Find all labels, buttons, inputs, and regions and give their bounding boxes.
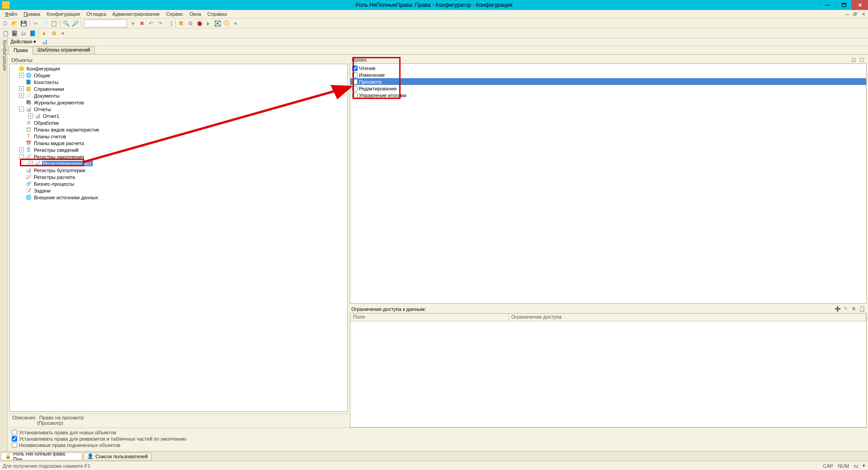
menu-service[interactable]: Сервис: [163, 11, 186, 17]
combo-dropdown-icon[interactable]: ▾: [129, 19, 137, 28]
tree-node[interactable]: ТПланы счетов: [10, 133, 347, 140]
menu-edit[interactable]: Правка: [20, 11, 43, 17]
tree-expander-icon[interactable]: +: [19, 93, 24, 98]
right-checkbox[interactable]: [352, 72, 358, 78]
opt-defaults[interactable]: Устанавливать права для реквизитов и таб…: [12, 436, 864, 442]
maximize-button[interactable]: 🗖: [835, 0, 852, 10]
minimize-button[interactable]: —: [819, 0, 835, 10]
right-row[interactable]: Чтение: [350, 65, 866, 71]
tree-expander-icon[interactable]: -: [19, 107, 24, 112]
open-file-icon[interactable]: 📂: [10, 19, 19, 28]
help-icon[interactable]: ⓘ: [222, 19, 231, 28]
opt-new-objects[interactable]: Устанавливать права для новых объектов: [12, 430, 864, 435]
tree-node[interactable]: 📘Константы: [10, 79, 347, 85]
tree-node[interactable]: 🟡Конфигурация: [10, 65, 347, 72]
tab-templates[interactable]: Шаблоны ограничений: [33, 46, 95, 54]
debug-icon[interactable]: 🐞: [195, 19, 203, 28]
tree-node[interactable]: +🌐Общие: [10, 72, 347, 79]
new-file-icon[interactable]: 🗋: [1, 19, 9, 28]
tree-expander-icon[interactable]: +: [19, 147, 24, 152]
status-dropdown-icon[interactable]: ▾: [863, 463, 865, 469]
paste-icon[interactable]: 📋: [50, 19, 58, 28]
run-icon[interactable]: ⏵: [204, 19, 212, 28]
wintab-users[interactable]: 👤Список пользователей: [83, 452, 152, 461]
right-checkbox[interactable]: [352, 86, 358, 91]
tree-node[interactable]: +📊Отчет1: [10, 113, 347, 119]
close-button[interactable]: ✕: [852, 0, 868, 10]
play-icon[interactable]: ⏵: [41, 29, 49, 38]
config-icon[interactable]: 🛠: [177, 19, 185, 28]
clear-icon[interactable]: ✖: [138, 19, 146, 28]
right-row[interactable]: Просмотр: [350, 78, 866, 85]
col-restriction[interactable]: Ограничение доступа: [509, 314, 866, 321]
menu-config[interactable]: Конфигурация: [43, 11, 83, 17]
copy-icon[interactable]: 📄: [41, 19, 49, 28]
rights-list[interactable]: ЧтениеИзменениеПросмотрРедактированиеУпр…: [350, 63, 867, 304]
actions-menu[interactable]: Действия ▾: [10, 39, 36, 45]
objects-tree[interactable]: 🟡Конфигурация+🌐Общие📘Константы+📒Справочн…: [9, 64, 348, 412]
right-row[interactable]: Редактирование: [350, 85, 866, 92]
wintab-role[interactable]: 🔒Роль НеПолныеПрава: Пра...: [1, 452, 82, 461]
col-fields[interactable]: Поля: [350, 314, 509, 321]
zoom-in-icon[interactable]: 🔍: [62, 19, 70, 28]
redo-icon[interactable]: ↷: [156, 19, 164, 28]
gear-icon[interactable]: ⚙: [50, 29, 58, 38]
tree-node[interactable]: 📅Планы видов расчета: [10, 140, 347, 146]
right-row[interactable]: Изменение: [350, 71, 866, 78]
tree-node[interactable]: 📚Журналы документов: [10, 99, 347, 106]
menu-help[interactable]: Справка: [204, 11, 230, 17]
uncheck-all-icon[interactable]: ☐: [859, 57, 865, 63]
settings-icon[interactable]: ⚙: [186, 19, 194, 28]
zoom-out-icon[interactable]: 🔎: [71, 19, 79, 28]
sidebar-tab-config[interactable]: Конфигурация: [0, 38, 8, 451]
tree-node[interactable]: 🌐Внешние источники данных: [10, 194, 347, 201]
save-icon[interactable]: 💾: [19, 19, 28, 28]
tree-node[interactable]: +📒Справочники: [10, 85, 347, 92]
clipboard-icon[interactable]: 📋: [1, 29, 9, 38]
tree-node[interactable]: -📊Отчеты: [10, 106, 347, 113]
tab-rights[interactable]: Права: [9, 47, 33, 55]
actions-tool-icon[interactable]: 📊: [42, 38, 48, 45]
right-row[interactable]: Управление итогами: [350, 92, 866, 99]
tree-node[interactable]: 📋Планы видов характеристик: [10, 126, 347, 133]
tree-expander-icon[interactable]: +: [28, 161, 33, 166]
tree-node[interactable]: -📈Регистры накопления: [10, 153, 347, 160]
check-all-icon[interactable]: ☑: [850, 57, 857, 63]
mdi-restore-icon[interactable]: 🗗: [853, 11, 858, 17]
book-icon[interactable]: 📓: [10, 29, 19, 38]
undo-icon[interactable]: ↶: [147, 19, 155, 28]
tree-node[interactable]: ⚙Обработки: [10, 119, 347, 126]
restrictions-table[interactable]: Поля Ограничение доступа: [350, 313, 867, 428]
cards-icon[interactable]: 🗂: [19, 29, 28, 38]
dropdown2-icon[interactable]: ▾: [59, 29, 67, 38]
menu-file[interactable]: Файл: [2, 11, 20, 17]
menu-debug[interactable]: Отладка: [83, 11, 109, 17]
tree-expander-icon[interactable]: -: [19, 154, 24, 159]
right-checkbox[interactable]: [352, 93, 358, 98]
tree-node[interactable]: 📝Задачи: [10, 187, 347, 194]
dropdown-icon[interactable]: ▾: [231, 19, 240, 28]
db-icon[interactable]: 💽: [213, 19, 222, 28]
restr-copy-icon[interactable]: 📋: [859, 306, 865, 312]
restr-edit-icon[interactable]: ✎: [842, 306, 849, 312]
restr-add-icon[interactable]: ➕: [834, 306, 841, 312]
restr-delete-icon[interactable]: ✖: [850, 306, 857, 312]
tree-expander-icon[interactable]: +: [28, 113, 33, 118]
tree-node[interactable]: +📄Документы: [10, 92, 347, 99]
notebook-icon[interactable]: 📘: [28, 29, 37, 38]
tree-node[interactable]: 📈Регистры расчета: [10, 174, 347, 180]
mdi-close-icon[interactable]: ✕: [861, 11, 866, 17]
search-combo[interactable]: [84, 19, 127, 28]
menu-windows[interactable]: Окна: [186, 11, 204, 17]
right-checkbox[interactable]: [352, 66, 358, 71]
opt-independent[interactable]: Независимые права подчиненных объектов: [12, 442, 864, 448]
tree-expander-icon[interactable]: +: [19, 73, 24, 78]
tree-node[interactable]: +📈РегистрНакопления1: [10, 160, 347, 167]
tree-node[interactable]: 📊Регистры бухгалтерии: [10, 167, 347, 174]
menu-admin[interactable]: Администрирование: [109, 11, 163, 17]
tree-expander-icon[interactable]: +: [19, 86, 24, 91]
tree-node[interactable]: +🗄Регистры сведений: [10, 146, 347, 153]
right-checkbox[interactable]: [352, 79, 358, 85]
cut-icon[interactable]: ✂: [32, 19, 40, 28]
mdi-minimize-icon[interactable]: —: [844, 11, 850, 17]
